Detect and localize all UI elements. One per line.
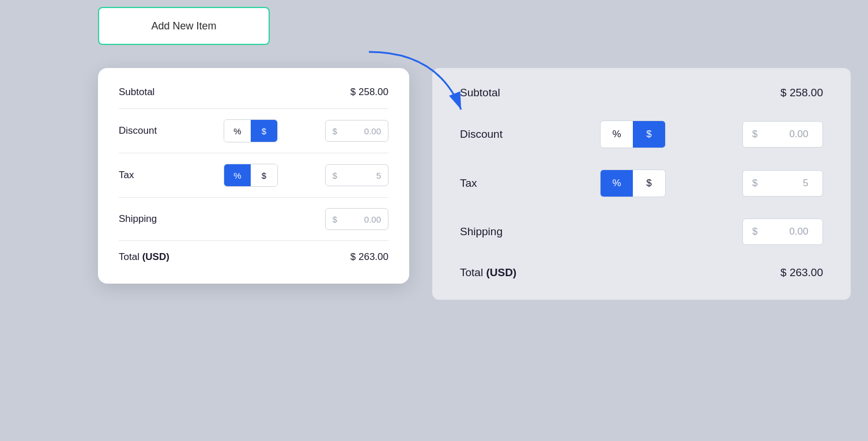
card-tax-controls: % $: [176, 164, 325, 187]
bg-total-value: $ 263.00: [780, 266, 823, 279]
bg-discount-dollar-btn[interactable]: $: [633, 121, 665, 148]
card-shipping-row: Shipping $: [119, 198, 388, 241]
card-tax-toggle: % $: [224, 164, 278, 187]
card-shipping-input[interactable]: [341, 214, 381, 224]
bg-shipping-dollar-sign: $: [752, 226, 757, 238]
card-discount-dollar-sign: $: [333, 126, 337, 136]
bg-discount-controls: % $: [523, 120, 742, 148]
bg-tax-dollar-sign: $: [752, 178, 757, 189]
card-discount-percent-btn[interactable]: %: [224, 120, 251, 142]
card-tax-percent-btn[interactable]: %: [224, 164, 251, 186]
bg-discount-row: Discount % $ $: [460, 110, 823, 159]
bg-shipping-input[interactable]: [762, 226, 808, 238]
bg-tax-controls: % $: [523, 169, 742, 197]
card-discount-label: Discount: [119, 125, 176, 137]
card-tax-input-wrapper: $: [325, 164, 388, 186]
bg-discount-percent-btn[interactable]: %: [601, 121, 633, 148]
bg-tax-row: Tax % $ $: [460, 159, 823, 208]
bg-tax-dollar-btn[interactable]: $: [633, 170, 665, 197]
card-subtotal-label: Subtotal: [119, 86, 176, 98]
bg-tax-label: Tax: [460, 177, 523, 190]
card-discount-toggle: % $: [224, 119, 278, 142]
card-subtotal-row: Subtotal $ 258.00: [119, 86, 388, 109]
bg-discount-input[interactable]: [762, 129, 808, 140]
card-tax-input[interactable]: [341, 171, 381, 180]
bg-subtotal-value: $ 258.00: [780, 86, 823, 99]
bg-total-label: Total (USD): [460, 266, 523, 279]
card-discount-dollar-btn[interactable]: $: [251, 120, 277, 142]
bg-shipping-input-wrapper: $: [742, 218, 823, 245]
bg-subtotal-row: Subtotal $ 258.00: [460, 86, 823, 110]
bg-subtotal-label: Subtotal: [460, 86, 523, 99]
bg-tax-toggle: % $: [600, 169, 666, 197]
card-tax-row: Tax % $ $: [119, 153, 388, 198]
add-new-item-button[interactable]: Add New Item: [98, 7, 270, 45]
card-total-label: Total (USD): [119, 251, 176, 263]
bg-discount-dollar-sign: $: [752, 129, 757, 140]
card-subtotal-value: $ 258.00: [350, 86, 388, 98]
bg-tax-input-wrapper: $: [742, 170, 823, 197]
card-tax-dollar-sign: $: [333, 171, 337, 180]
card-shipping-dollar-sign: $: [333, 214, 337, 224]
card-discount-input-wrapper: $: [325, 120, 388, 142]
bg-tax-input[interactable]: [762, 178, 808, 189]
bg-shipping-label: Shipping: [460, 225, 523, 238]
card-total-row: Total (USD) $ 263.00: [119, 241, 388, 263]
card-discount-row: Discount % $ $: [119, 109, 388, 153]
bg-total-row: Total (USD) $ 263.00: [460, 256, 823, 279]
bg-discount-toggle: % $: [600, 120, 666, 148]
bg-discount-input-wrapper: $: [742, 121, 823, 148]
card-discount-controls: % $: [176, 119, 325, 142]
card-tax-label: Tax: [119, 169, 176, 181]
card-shipping-label: Shipping: [119, 213, 176, 225]
bg-discount-label: Discount: [460, 128, 523, 141]
bg-tax-percent-btn[interactable]: %: [601, 170, 633, 197]
card-shipping-input-wrapper: $: [325, 208, 388, 230]
summary-card: Subtotal $ 258.00 Discount % $ $ Tax % $…: [98, 68, 409, 284]
bg-summary-panel: Subtotal $ 258.00 Discount % $ $ Tax % $…: [432, 68, 851, 300]
bg-shipping-row: Shipping $: [460, 208, 823, 256]
card-total-value: $ 263.00: [350, 251, 388, 263]
card-tax-dollar-btn[interactable]: $: [251, 164, 277, 186]
card-discount-input[interactable]: [341, 126, 381, 136]
